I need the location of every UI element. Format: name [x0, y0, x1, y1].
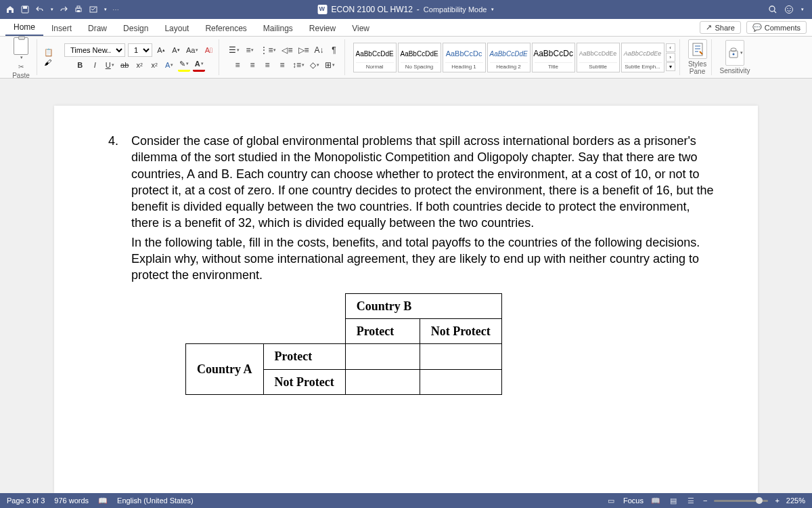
- indent-decrease-icon[interactable]: ◁≡: [280, 43, 294, 57]
- ribbon-tabs: Home Insert Draw Design Layout Reference…: [0, 19, 812, 37]
- tab-draw[interactable]: Draw: [80, 20, 115, 36]
- comment-icon: 💬: [752, 23, 762, 32]
- cut-icon[interactable]: ✂: [18, 63, 24, 70]
- bullets-icon[interactable]: ☰▾: [227, 43, 241, 57]
- align-right-icon[interactable]: ≡: [261, 58, 273, 72]
- change-case-icon[interactable]: Aa▾: [185, 43, 200, 57]
- paragraph-group: ☰▾ ≡▾ ⋮≡▾ ◁≡ ▷≡ A↓ ¶ ≡ ≡ ≡ ≡ ↕≡▾ ◇▾ ⊞▾: [223, 39, 344, 75]
- focus-label[interactable]: Focus: [623, 496, 644, 505]
- increase-font-icon[interactable]: A▴: [155, 43, 167, 57]
- justify-icon[interactable]: ≡: [276, 58, 288, 72]
- zoom-out-button[interactable]: −: [703, 496, 707, 505]
- print-icon[interactable]: [74, 5, 83, 14]
- sort-icon[interactable]: A↓: [313, 43, 325, 57]
- language-indicator[interactable]: English (United States): [117, 496, 194, 505]
- home-icon[interactable]: [5, 5, 15, 14]
- titlebar: ▾ ▾ ⋯ ECON 2100 OL HW12 - Compatibility …: [0, 0, 812, 19]
- styles-group: AaBbCcDdENormal AaBbCcDdENo Spacing AaBb…: [349, 39, 680, 75]
- svg-point-7: [786, 6, 793, 14]
- title-dropdown[interactable]: ▾: [491, 7, 494, 12]
- undo-dropdown[interactable]: ▾: [51, 7, 53, 12]
- svg-point-13: [732, 54, 734, 56]
- qat-customize[interactable]: ⋯: [112, 6, 119, 14]
- sensitivity-button[interactable]: ▾: [725, 40, 744, 66]
- cell-nn[interactable]: [420, 369, 501, 394]
- cell-pp[interactable]: [345, 344, 420, 369]
- show-marks-icon[interactable]: ¶: [328, 43, 340, 57]
- focus-mode-icon[interactable]: ▭: [606, 496, 616, 505]
- style-subtitle[interactable]: AaBbCcDdEeSubtitle: [577, 43, 620, 72]
- zoom-in-button[interactable]: +: [775, 496, 779, 505]
- style-subtle-emph[interactable]: AaBbCcDdEeSubtle Emph...: [621, 43, 664, 72]
- tab-layout[interactable]: Layout: [156, 20, 197, 36]
- zoom-slider[interactable]: [714, 500, 768, 502]
- read-mode-icon[interactable]: 📖: [650, 496, 661, 505]
- align-left-icon[interactable]: ≡: [231, 58, 244, 72]
- page[interactable]: 4. Consider the case of global environme…: [54, 106, 758, 493]
- shading-icon[interactable]: ◇▾: [309, 58, 321, 72]
- bold-button[interactable]: B: [74, 58, 86, 72]
- style-heading2[interactable]: AaBbCcDdEHeading 2: [487, 43, 531, 72]
- page-indicator[interactable]: Page 3 of 3: [7, 496, 45, 505]
- save-icon[interactable]: [20, 5, 30, 14]
- style-title[interactable]: AaBbCcDcTitle: [532, 43, 575, 72]
- tab-mailings[interactable]: Mailings: [255, 20, 301, 36]
- search-icon[interactable]: [768, 5, 777, 14]
- tab-insert[interactable]: Insert: [43, 20, 80, 36]
- borders-icon[interactable]: ⊞▾: [323, 58, 336, 72]
- comments-button[interactable]: 💬Comments: [746, 21, 807, 34]
- font-name-select[interactable]: Times New...: [64, 43, 125, 57]
- format-painter-icon[interactable]: 🖌: [44, 58, 53, 66]
- question-number: 4.: [108, 133, 122, 395]
- feedback-dropdown[interactable]: ▾: [801, 7, 804, 12]
- font-size-select[interactable]: 12: [128, 43, 152, 57]
- cell-pn[interactable]: [420, 344, 501, 369]
- superscript-button[interactable]: x2: [148, 58, 160, 72]
- subscript-button[interactable]: x2: [133, 58, 145, 72]
- tab-home[interactable]: Home: [5, 19, 43, 36]
- qat-dropdown[interactable]: ▾: [104, 7, 107, 12]
- row-protect: Protect: [263, 344, 345, 369]
- line-spacing-icon[interactable]: ↕≡▾: [291, 58, 306, 72]
- styles-pane-button[interactable]: [688, 39, 707, 59]
- multilevel-icon[interactable]: ⋮≡▾: [258, 43, 277, 57]
- zoom-level[interactable]: 225%: [786, 496, 805, 505]
- align-center-icon[interactable]: ≡: [246, 58, 258, 72]
- style-no-spacing[interactable]: AaBbCcDdENo Spacing: [398, 43, 441, 72]
- tab-view[interactable]: View: [344, 20, 378, 36]
- cell-np[interactable]: [345, 369, 420, 394]
- styles-gallery-nav[interactable]: ‹›▾: [666, 43, 675, 72]
- template-icon[interactable]: [89, 5, 98, 14]
- strikethrough-button[interactable]: ab: [118, 58, 131, 72]
- document-area[interactable]: 4. Consider the case of global environme…: [0, 79, 812, 493]
- web-layout-icon[interactable]: ☰: [685, 496, 696, 505]
- style-normal[interactable]: AaBbCcDdENormal: [353, 43, 397, 72]
- tab-references[interactable]: References: [197, 20, 254, 36]
- styles-pane-group: Styles Pane: [684, 39, 712, 75]
- word-count[interactable]: 976 words: [54, 496, 89, 505]
- share-label: Share: [715, 24, 734, 32]
- redo-icon[interactable]: [59, 5, 68, 14]
- font-color-icon[interactable]: A▾: [193, 58, 205, 72]
- tab-design[interactable]: Design: [115, 20, 156, 36]
- styles-gallery: AaBbCcDdENormal AaBbCcDdENo Spacing AaBb…: [353, 43, 675, 72]
- indent-increase-icon[interactable]: ▷≡: [297, 43, 311, 57]
- copy-icon[interactable]: 📋: [44, 48, 53, 57]
- smiley-icon[interactable]: [784, 5, 794, 14]
- highlight-icon[interactable]: ✎▾: [178, 58, 190, 72]
- spellcheck-icon[interactable]: 📖: [98, 496, 108, 505]
- share-button[interactable]: ↗Share: [700, 21, 740, 34]
- svg-point-9: [790, 8, 791, 9]
- numbering-icon[interactable]: ≡▾: [244, 43, 256, 57]
- text-effects-icon[interactable]: A▾: [163, 58, 175, 72]
- clear-format-icon[interactable]: A⃠: [202, 43, 215, 57]
- tab-review[interactable]: Review: [301, 20, 344, 36]
- paste-label: Paste: [12, 72, 30, 79]
- undo-icon[interactable]: [35, 5, 45, 14]
- italic-button[interactable]: I: [89, 58, 101, 72]
- underline-button[interactable]: U▾: [104, 58, 116, 72]
- decrease-font-icon[interactable]: A▾: [170, 43, 182, 57]
- print-layout-icon[interactable]: ▤: [668, 496, 679, 505]
- paste-button[interactable]: ▾: [9, 36, 32, 62]
- style-heading1[interactable]: AaBbCcDcHeading 1: [443, 43, 486, 72]
